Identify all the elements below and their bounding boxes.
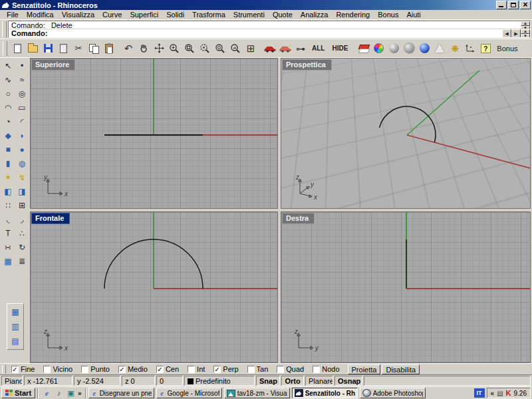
side-tool-button[interactable]: ◞ <box>15 213 29 226</box>
menu-item[interactable]: Solidi <box>162 10 188 19</box>
snap-toggle[interactable]: Snap <box>256 376 280 386</box>
checkbox-box[interactable]: ✓ <box>213 366 221 373</box>
osnap-toggle[interactable]: Osnap <box>334 376 362 386</box>
rotate-view-button[interactable] <box>152 41 166 56</box>
checkbox-box[interactable]: ✓ <box>156 366 164 373</box>
color-button[interactable] <box>371 41 386 56</box>
osnap-grip[interactable] <box>2 365 6 374</box>
side-tool-button[interactable]: ▭ <box>15 101 29 114</box>
task-button-photoshop[interactable]: Adobe Photoshop <box>360 388 426 398</box>
quick-launch-overflow-chevron[interactable]: » <box>78 390 82 397</box>
side-tool-button[interactable]: ↖ <box>1 59 15 72</box>
side-tool-button[interactable]: • <box>15 59 29 72</box>
viewport-frontale[interactable]: Frontale z x <box>30 211 278 363</box>
side-tool-button[interactable]: ≈ <box>15 73 29 86</box>
tray-collapse-chevron[interactable]: « <box>491 390 495 397</box>
material-blue-button[interactable] <box>417 41 432 56</box>
language-indicator[interactable]: IT <box>474 388 485 398</box>
checkbox-box[interactable]: ✓ <box>11 366 19 373</box>
pan-button[interactable] <box>136 41 151 56</box>
menu-item[interactable]: Bonus <box>374 10 402 19</box>
material-gray-button[interactable] <box>386 41 401 56</box>
osnap-checkbox[interactable]: Quad <box>277 365 304 373</box>
render-button[interactable] <box>278 41 293 56</box>
viewport-prospettica-label[interactable]: Prospettica <box>282 59 332 70</box>
hide-button[interactable]: HIDE <box>329 41 351 56</box>
copy-button[interactable] <box>86 41 101 56</box>
orto-toggle[interactable]: Orto <box>281 376 304 386</box>
checkbox-box[interactable] <box>277 366 284 373</box>
command-prompt-row[interactable]: Comando: ◀ ▶ ▲ ▼ <box>9 29 530 37</box>
side-tool-button[interactable]: ⊞ <box>15 199 29 212</box>
select-all-button[interactable]: ALL <box>309 41 328 56</box>
media-player-icon[interactable]: ♪ <box>54 388 64 398</box>
side-tool-button[interactable]: ◟ <box>1 213 15 226</box>
side-tool-button[interactable]: ◠ <box>1 101 15 114</box>
side-tool-button[interactable]: ∷ <box>1 199 15 212</box>
menu-item[interactable]: Quote <box>269 10 297 19</box>
printer-tray-icon[interactable]: ▤ <box>497 390 503 397</box>
osnap-checkbox[interactable]: Int <box>188 365 205 373</box>
show-desktop-icon[interactable]: ▣ <box>66 388 76 398</box>
menu-item[interactable]: File <box>3 10 23 19</box>
side-tool-button[interactable]: ◔ <box>1 115 15 128</box>
toolbar-grip[interactable] <box>3 41 7 56</box>
osnap-checkbox[interactable]: ✓ Fine <box>11 365 35 373</box>
osnap-checkbox[interactable]: Punto <box>81 365 110 373</box>
osnap-checkbox[interactable]: ✓ Perp <box>213 365 238 373</box>
menu-item[interactable]: Strumenti <box>229 10 269 19</box>
viewport-superiore[interactable]: Superiore y x <box>30 58 278 209</box>
viewport-destra[interactable]: Destra z y <box>281 211 531 363</box>
side-tool-button[interactable]: ◨ <box>15 185 29 198</box>
side-tool-button[interactable]: ◎ <box>15 87 29 100</box>
side-tool-button[interactable]: ∿ <box>1 73 15 86</box>
side-tool-button[interactable]: ↻ <box>15 241 29 254</box>
checkbox-box[interactable] <box>247 366 255 373</box>
task-button-browser-1[interactable]: e Disegnare un pneumatic... <box>88 388 154 398</box>
close-button[interactable] <box>520 1 531 9</box>
prompt-scroll-left-button[interactable]: ◀ <box>502 29 511 37</box>
dimension-button[interactable] <box>463 41 477 56</box>
checkbox-box[interactable] <box>81 366 88 373</box>
prompt-scroll-right-button[interactable]: ▶ <box>511 29 521 37</box>
antivirus-tray-icon[interactable]: K <box>506 389 511 397</box>
side-tool-button[interactable]: ∺ <box>1 241 15 254</box>
checkbox-box[interactable]: ✓ <box>118 366 126 373</box>
viewport-layout-button[interactable]: ⊞ <box>243 41 258 56</box>
side-tool-button[interactable]: ✶ <box>1 171 15 184</box>
checkbox-box[interactable] <box>313 366 320 373</box>
minimize-button[interactable] <box>496 1 507 9</box>
side-tool-button[interactable]: ∴ <box>15 227 29 240</box>
viewport-destra-label[interactable]: Destra <box>282 213 315 224</box>
bonus-button[interactable]: Bonus <box>493 41 521 56</box>
render-properties-button[interactable]: ⊶ <box>293 41 308 56</box>
viewport-superiore-label[interactable]: Superiore <box>31 59 75 70</box>
undo-button[interactable]: ↶ <box>121 41 136 56</box>
side-tool-button[interactable]: ▦ <box>1 255 15 268</box>
menu-item[interactable]: Modifica <box>23 10 58 19</box>
cut-button[interactable]: ✂ <box>71 41 86 56</box>
menu-item[interactable]: Visualizza <box>58 10 98 19</box>
viewport-frontale-label[interactable]: Frontale <box>31 213 70 224</box>
task-button-browser-2[interactable]: e Google - Microsoft Intern... <box>156 388 222 398</box>
side-tool-button[interactable]: ○ <box>1 87 15 100</box>
planare-toggle[interactable]: Planare <box>305 376 333 386</box>
help-button[interactable]: ? <box>478 41 493 56</box>
restore-button[interactable] <box>508 1 519 9</box>
menu-item[interactable]: Aiuti <box>402 10 424 19</box>
osnap-checkbox[interactable]: ✓ Medio <box>118 365 148 373</box>
zoom-window-button[interactable] <box>182 41 197 56</box>
osnap-checkbox[interactable]: ✓ Cen <box>156 365 179 373</box>
zoom-previous-button[interactable] <box>228 41 243 56</box>
internet-explorer-icon[interactable]: e <box>42 388 52 398</box>
new-document-button[interactable] <box>10 41 25 56</box>
osnap-checkbox[interactable]: Vicino <box>43 365 72 373</box>
material-texture-button[interactable] <box>402 41 416 56</box>
menu-item[interactable]: Trasforma <box>188 10 229 19</box>
side-tool-button[interactable]: ◗ <box>15 129 29 142</box>
osnap-checkbox[interactable]: Nodo <box>313 365 339 373</box>
command-grip[interactable] <box>2 21 7 37</box>
save-button[interactable] <box>41 41 55 56</box>
viewport-prospettica[interactable]: Prospettica z y x <box>281 58 531 209</box>
menu-item[interactable]: Rendering <box>332 10 374 19</box>
